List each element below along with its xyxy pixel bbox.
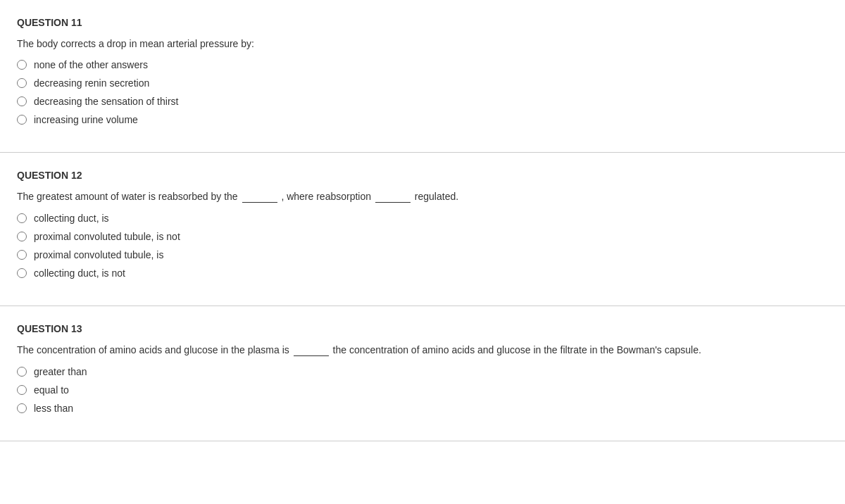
q11-option-3-label: increasing urine volume — [34, 114, 138, 125]
q13-option-0[interactable] — [17, 367, 27, 377]
question-11-title: QUESTION 11 — [17, 17, 828, 28]
question-12-options: collecting duct, is proximal convoluted … — [17, 213, 828, 279]
list-item: greater than — [17, 366, 828, 377]
question-12-text: The greatest amount of water is reabsorb… — [17, 191, 828, 203]
q13-blank — [294, 344, 329, 356]
q11-option-0[interactable] — [17, 60, 27, 70]
question-11-block: QUESTION 11 The body corrects a drop in … — [0, 0, 845, 153]
q11-option-3[interactable] — [17, 115, 27, 125]
question-13-title: QUESTION 13 — [17, 323, 828, 334]
q12-option-1[interactable] — [17, 232, 27, 241]
question-11-text: The body corrects a drop in mean arteria… — [17, 38, 828, 49]
list-item: proximal convoluted tubule, is — [17, 249, 828, 260]
question-12-title: QUESTION 12 — [17, 170, 828, 181]
q11-option-2[interactable] — [17, 96, 27, 106]
list-item: equal to — [17, 384, 828, 396]
q11-option-0-label: none of the other answers — [34, 59, 148, 70]
q13-option-2[interactable] — [17, 403, 27, 413]
q13-option-2-label: less than — [34, 403, 73, 414]
list-item: decreasing the sensation of thirst — [17, 96, 828, 107]
q12-option-1-label: proximal convoluted tubule, is not — [34, 231, 180, 242]
q13-option-0-label: greater than — [34, 366, 87, 377]
list-item: proximal convoluted tubule, is not — [17, 231, 828, 242]
q11-option-1-label: decreasing renin secretion — [34, 77, 149, 89]
list-item: increasing urine volume — [17, 114, 828, 125]
q13-option-1-label: equal to — [34, 384, 69, 396]
question-12-block: QUESTION 12 The greatest amount of water… — [0, 153, 845, 306]
q13-text-before: The concentration of amino acids and glu… — [17, 344, 289, 355]
q12-option-2[interactable] — [17, 250, 27, 260]
list-item: decreasing renin secretion — [17, 77, 828, 89]
q12-option-0[interactable] — [17, 213, 27, 223]
q12-text-after: regulated. — [415, 191, 458, 202]
q12-option-0-label: collecting duct, is — [34, 213, 109, 224]
q12-option-3-label: collecting duct, is not — [34, 267, 125, 279]
q13-text-after: the concentration of amino acids and glu… — [333, 344, 701, 355]
q12-blank-1 — [242, 191, 277, 203]
q12-option-2-label: proximal convoluted tubule, is — [34, 249, 163, 260]
q11-option-1[interactable] — [17, 78, 27, 88]
q12-option-3[interactable] — [17, 268, 27, 278]
question-13-options: greater than equal to less than — [17, 366, 828, 414]
list-item: none of the other answers — [17, 59, 828, 70]
q12-text-middle: , where reabsorption — [281, 191, 371, 202]
question-11-options: none of the other answers decreasing ren… — [17, 59, 828, 125]
q13-option-1[interactable] — [17, 385, 27, 395]
q12-text-before: The greatest amount of water is reabsorb… — [17, 191, 238, 202]
list-item: less than — [17, 403, 828, 414]
list-item: collecting duct, is — [17, 213, 828, 224]
question-13-text: The concentration of amino acids and glu… — [17, 344, 828, 356]
q12-blank-2 — [375, 191, 411, 203]
list-item: collecting duct, is not — [17, 267, 828, 279]
q11-option-2-label: decreasing the sensation of thirst — [34, 96, 178, 107]
question-13-block: QUESTION 13 The concentration of amino a… — [0, 306, 845, 441]
